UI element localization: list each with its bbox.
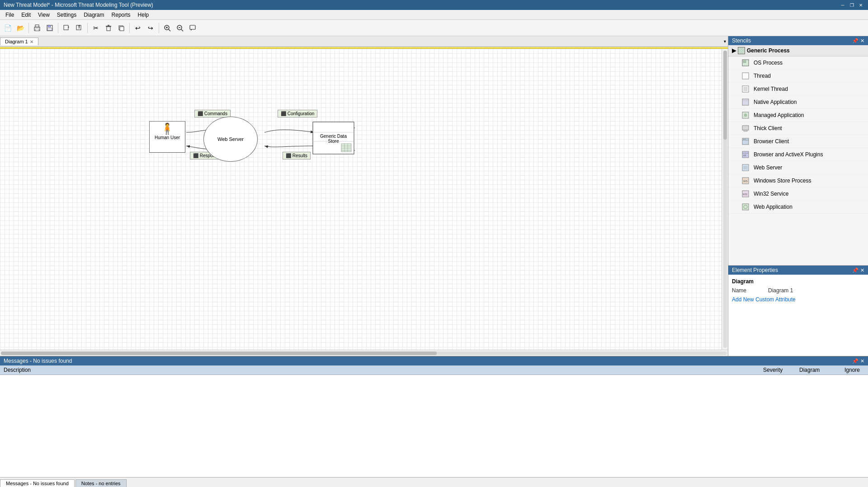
stencil-windows-store[interactable]: WS Windows Store Process — [728, 174, 868, 187]
bottom-tab-messages-label: Messages - No issues found — [6, 481, 69, 486]
canvas-scrollbar-h-track — [1, 351, 727, 355]
canvas-scrollbar-h-thumb[interactable] — [1, 351, 437, 355]
human-user-icon: 🧍 — [160, 123, 174, 134]
toolbar: 📄 📂 ✂ ↩ ↪ — [0, 20, 868, 36]
comment-button[interactable] — [187, 22, 198, 34]
zoom-out-button[interactable] — [174, 22, 186, 34]
stencil-browserax-icon: AX — [741, 150, 750, 159]
stencil-os-label: OS Process — [754, 60, 783, 66]
stencil-native-application[interactable]: Native Application — [728, 96, 868, 109]
data-store-label: Generic Data Store — [314, 134, 353, 144]
svg-rect-6 — [64, 25, 68, 30]
menu-settings[interactable]: Settings — [53, 11, 80, 19]
canvas-scrollbar-v-thumb[interactable] — [723, 51, 727, 140]
stencils-panel: Stencils 📌 ✕ ▶ Generic Process — [728, 36, 868, 266]
stencil-webapp-icon — [741, 202, 750, 211]
stencils-header: Stencils 📌 ✕ — [728, 36, 868, 45]
stencil-winstore-icon: WS — [741, 176, 750, 185]
props-pin-button[interactable]: 📌 — [852, 267, 859, 273]
commands-flow-label[interactable]: ⬛ Commands — [194, 110, 231, 117]
responses-icon: ⬛ — [193, 153, 198, 158]
menu-file[interactable]: File — [2, 11, 18, 19]
messages-table-header: Description Severity Diagram Ignore — [0, 365, 868, 375]
bottom-tab-messages[interactable]: Messages - No issues found — [0, 479, 75, 487]
saveas-button[interactable] — [44, 22, 56, 34]
svg-point-51 — [745, 139, 745, 140]
tab-diagram1[interactable]: Diagram 1 ✕ — [0, 37, 38, 45]
svg-marker-24 — [191, 29, 192, 31]
restore-button[interactable]: ❐ — [848, 1, 855, 9]
new-button[interactable]: 📄 — [2, 22, 14, 34]
delete-button[interactable] — [103, 22, 114, 34]
content-area: Diagram 1 ✕ ▾ — [0, 36, 868, 356]
stencil-managed-application[interactable]: Managed Application — [728, 109, 868, 122]
stencil-managed-label: Managed Application — [754, 112, 804, 118]
main-layout: Diagram 1 ✕ ▾ — [0, 36, 868, 487]
results-flow-label[interactable]: ⬛ Results — [283, 152, 311, 159]
canvas-scrollbar-horizontal[interactable] — [0, 350, 728, 356]
stencil-thick-icon — [741, 124, 750, 133]
stencil-browser-label: Browser Client — [754, 138, 789, 145]
minimize-button[interactable]: ─ — [839, 1, 846, 9]
export-button[interactable] — [73, 22, 85, 34]
stencil-os-icon — [741, 58, 750, 67]
stencil-thick-client[interactable]: Thick Client — [728, 122, 868, 135]
redo-button[interactable]: ↪ — [145, 22, 156, 34]
bottom-tab-notes[interactable]: Notes - no entries — [75, 479, 127, 487]
add-custom-attribute-link[interactable]: Add New Custom Attribute — [732, 296, 796, 303]
human-user-label: Human User — [155, 135, 180, 140]
close-button[interactable]: ✕ — [857, 1, 864, 9]
stencil-kernel-thread[interactable]: Kernel Thread — [728, 83, 868, 96]
svg-point-50 — [743, 139, 744, 140]
stencil-thread[interactable]: Thread — [728, 70, 868, 83]
bottom-area: Messages - No issues found 📌 ✕ Descripti… — [0, 356, 868, 487]
stencil-browser-client[interactable]: Browser Client — [728, 135, 868, 148]
canvas-scrollbar-vertical[interactable] — [722, 49, 728, 350]
canvas[interactable]: 🧍 Human User ⬛ Commands ⬛ Responses — [0, 49, 722, 350]
stencil-native-label: Native Application — [754, 99, 797, 105]
messages-close-button[interactable]: ✕ — [860, 358, 864, 364]
tab-diagram1-label: Diagram 1 — [5, 39, 28, 44]
svg-line-21 — [181, 29, 183, 31]
stencils-pin-button[interactable]: 📌 — [852, 38, 859, 44]
stencil-os-process[interactable]: OS Process — [728, 56, 868, 70]
menu-help[interactable]: Help — [134, 11, 153, 19]
open-button[interactable]: 📂 — [14, 22, 26, 34]
tab-close-diagram1[interactable]: ✕ — [30, 39, 33, 44]
print-button[interactable] — [31, 22, 43, 34]
stencil-group-label: Generic Process — [747, 47, 790, 54]
svg-rect-5 — [47, 28, 52, 30]
messages-pin-button[interactable]: 📌 — [852, 358, 859, 364]
stencil-win32-service[interactable]: W32 Win32 Service — [728, 187, 868, 201]
zoom-in-button[interactable] — [161, 22, 173, 34]
props-close-button[interactable]: ✕ — [860, 267, 864, 273]
messages-content — [0, 375, 868, 477]
copy-image-button[interactable] — [115, 22, 127, 34]
menu-view[interactable]: View — [34, 11, 53, 19]
stencil-web-server[interactable]: Web Server — [728, 161, 868, 174]
cut-button[interactable]: ✂ — [90, 22, 102, 34]
import-button[interactable] — [61, 22, 72, 34]
menu-reports[interactable]: Reports — [108, 11, 134, 19]
menu-diagram[interactable]: Diagram — [80, 11, 108, 19]
element-properties-panel: Element Properties 📌 ✕ Diagram Name Diag… — [728, 266, 868, 356]
tab-scroll-arrow[interactable]: ▾ — [722, 38, 728, 45]
svg-line-17 — [169, 29, 170, 31]
svg-marker-7 — [68, 26, 69, 28]
messages-col-ignore: Ignore — [841, 365, 868, 375]
props-name-label: Name — [732, 287, 768, 294]
stencil-thread-icon — [741, 71, 750, 80]
human-user-element[interactable]: 🧍 Human User — [149, 121, 185, 153]
web-server-element[interactable]: Web Server — [203, 117, 258, 162]
stencil-group-generic-process[interactable]: ▶ Generic Process — [728, 45, 868, 56]
configuration-flow-label[interactable]: ⬛ Configuration — [278, 110, 317, 117]
messages-col-diagram: Diagram — [796, 365, 841, 375]
undo-button[interactable]: ↩ — [132, 22, 144, 34]
props-header: Element Properties 📌 ✕ — [728, 266, 868, 275]
menu-edit[interactable]: Edit — [18, 11, 34, 19]
stencil-browser-activex[interactable]: AX Browser and ActiveX Plugins — [728, 148, 868, 161]
stencil-web-application[interactable]: Web Application — [728, 201, 868, 214]
data-store-element[interactable]: Generic Data Store — [312, 121, 355, 155]
svg-point-45 — [744, 114, 747, 117]
stencils-close-button[interactable]: ✕ — [860, 38, 864, 44]
